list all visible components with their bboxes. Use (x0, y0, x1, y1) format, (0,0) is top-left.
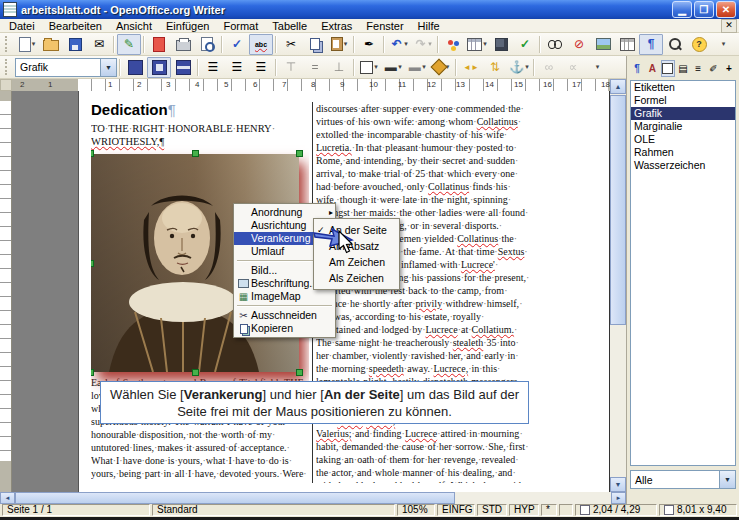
combo-dropdown-button[interactable]: ▼ (719, 471, 735, 488)
scroll-right-button[interactable]: ► (611, 492, 626, 504)
scroll-up-button[interactable]: ▲ (610, 79, 626, 94)
selection-handle[interactable] (296, 369, 303, 376)
auto-spellcheck-button[interactable]: abc (249, 34, 273, 55)
menu-format[interactable]: Format (216, 19, 265, 33)
selection-handle[interactable] (192, 150, 199, 157)
redo-button[interactable]: ↷ (411, 34, 435, 55)
list-styles-button[interactable]: ≡ (691, 60, 705, 77)
paragraph-styles-button[interactable]: ¶ (630, 60, 644, 77)
maximize-button[interactable]: ❒ (694, 1, 714, 18)
menu-extras[interactable]: Extras (314, 19, 359, 33)
copy-button[interactable] (303, 34, 327, 55)
navigator-button[interactable]: ⊘ (567, 34, 591, 55)
menu-einfügen[interactable]: Einfügen (159, 19, 216, 33)
open-button[interactable] (39, 34, 63, 55)
context-menu-item-ausschneiden[interactable]: Ausschneiden (234, 309, 335, 322)
export-pdf-button[interactable] (147, 34, 171, 55)
align-top-button[interactable]: ⊤ (279, 57, 303, 78)
find-replace-button[interactable] (543, 34, 567, 55)
border-color-button[interactable]: ▬ (405, 57, 429, 78)
minimize-button[interactable]: ▁ (672, 1, 692, 18)
frame-styles-button[interactable] (661, 60, 675, 77)
print-button[interactable] (171, 34, 195, 55)
help-button[interactable]: ? (687, 34, 711, 55)
combo-dropdown-button[interactable]: ▼ (100, 59, 116, 76)
page-styles-button[interactable]: ▤ (676, 60, 690, 77)
align-left-button[interactable]: ☰ (201, 57, 225, 78)
status-hyperlink-mode[interactable]: HYP (509, 504, 539, 516)
link-frames-button[interactable]: ∞ (537, 57, 561, 78)
text-column-right[interactable]: discourses·​after·​supper·​every·​one·​c… (316, 100, 530, 483)
status-selection-mode[interactable]: STD (477, 504, 507, 516)
align-right-button[interactable]: ☰ (249, 57, 273, 78)
selection-handle[interactable] (91, 150, 94, 157)
insert-table-button[interactable] (465, 34, 489, 55)
toolbar-grip[interactable] (5, 36, 12, 52)
horizontal-scroll-thumb[interactable] (15, 492, 455, 504)
paste-button[interactable] (327, 34, 351, 55)
flip-horizontal-button[interactable]: ◄► (459, 57, 483, 78)
hyperlink-button[interactable] (441, 34, 465, 55)
align-center-button[interactable]: ☰ (225, 57, 249, 78)
new-document-button[interactable] (15, 34, 39, 55)
submenu-item-am-zeichen[interactable]: Am Zeichen (314, 254, 399, 270)
formatting-marks-button[interactable]: ¶ (639, 34, 663, 55)
wrap-page-button[interactable] (147, 57, 171, 78)
background-color-button[interactable] (429, 57, 453, 78)
selection-handle[interactable] (296, 150, 303, 157)
style-item-wasserzeichen[interactable]: Wasserzeichen (631, 159, 735, 172)
borders-button[interactable] (357, 57, 381, 78)
edit-mode-button[interactable]: ✎ (117, 34, 141, 55)
menu-fenster[interactable]: Fenster (359, 19, 410, 33)
wrap-off-button[interactable] (123, 57, 147, 78)
format-paintbrush-button[interactable]: ✒ (357, 34, 381, 55)
menu-tabelle[interactable]: Tabelle (265, 19, 314, 33)
menu-bearbeiten[interactable]: Bearbeiten (42, 19, 109, 33)
cut-button[interactable]: ✂ (279, 34, 303, 55)
fill-format-button[interactable]: ✐ (706, 60, 720, 77)
vertical-scroll-thumb[interactable] (610, 95, 626, 325)
style-item-etiketten[interactable]: Etiketten (631, 81, 735, 94)
horizontal-scrollbar[interactable]: ◄ ► (0, 492, 626, 504)
style-item-rahmen[interactable]: Rahmen (631, 146, 735, 159)
email-button[interactable]: ✉ (87, 34, 111, 55)
scroll-down-button[interactable]: ▼ (610, 477, 626, 492)
status-insert-mode[interactable]: EINFG (437, 504, 475, 516)
draw-functions-button[interactable] (489, 34, 513, 55)
scroll-left-button[interactable]: ◄ (0, 492, 15, 504)
document-page[interactable]: Dedication¶ TO·​THE·​RIGHT·​HONORABLE·​H… (78, 91, 610, 492)
undo-button[interactable]: ↶ (387, 34, 411, 55)
toolbar-overflow-button[interactable] (585, 57, 609, 78)
style-item-ole[interactable]: OLE (631, 133, 735, 146)
tab-stop-selector[interactable] (0, 79, 12, 91)
gallery-button[interactable] (591, 34, 615, 55)
autocorrect-button[interactable]: ✓ (513, 34, 537, 55)
menu-ansicht[interactable]: Ansicht (109, 19, 159, 33)
menu-hilfe[interactable]: Hilfe (411, 19, 447, 33)
submenu-item-als-zeichen[interactable]: Als Zeichen (314, 270, 399, 286)
wrap-through-button[interactable] (171, 57, 195, 78)
menu-datei[interactable]: Datei (2, 19, 42, 33)
vertical-scrollbar[interactable]: ▲ ▼ (610, 79, 626, 492)
save-button[interactable] (63, 34, 87, 55)
flip-vertical-button[interactable]: ⇅ (483, 57, 507, 78)
data-sources-button[interactable] (615, 34, 639, 55)
style-item-formel[interactable]: Formel (631, 94, 735, 107)
unlink-frames-button[interactable]: ∝ (561, 57, 585, 78)
border-style-button[interactable]: ▬ (381, 57, 405, 78)
context-menu-item-imagemap[interactable]: ImageMap (234, 290, 335, 303)
styles-filter-combo[interactable]: Alle ▼ (630, 470, 736, 489)
style-item-grafik[interactable]: Grafik (631, 107, 735, 120)
page-preview-button[interactable] (195, 34, 219, 55)
zoom-button[interactable] (663, 34, 687, 55)
style-item-marginalie[interactable]: Marginalie (631, 120, 735, 133)
frame-style-combo[interactable]: Grafik ▼ (15, 58, 117, 77)
selection-handle[interactable] (91, 369, 94, 376)
change-anchor-button[interactable]: ⚓ (507, 57, 531, 78)
align-bottom-button[interactable]: ⊥ (327, 57, 351, 78)
styles-list[interactable]: EtikettenFormelGrafikMarginalieOLERahmen… (630, 80, 736, 466)
selection-handle[interactable] (91, 260, 94, 267)
close-document-icon[interactable]: ✕ (721, 19, 737, 33)
close-button[interactable]: ✕ (716, 1, 736, 18)
status-page-style[interactable]: Standard (152, 504, 395, 516)
